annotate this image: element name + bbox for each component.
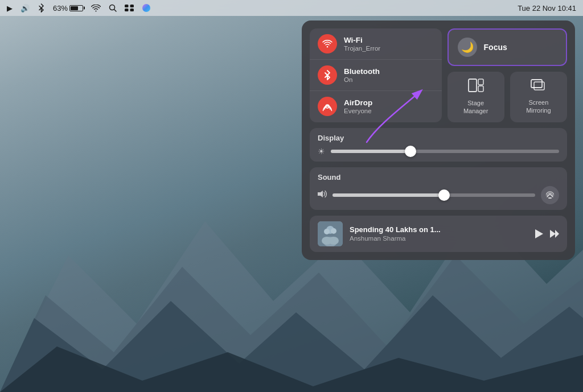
svg-point-24 (331, 228, 336, 234)
airplay-button[interactable] (541, 186, 559, 204)
skip-forward-button[interactable] (550, 230, 559, 238)
now-playing-title: Spending 40 Lakhs on 1... (350, 225, 528, 234)
menubar-left: ▶ 🔊 63% (7, 3, 510, 13)
right-column: 🌙 Focus Stage Manager (447, 28, 567, 122)
play-icon[interactable]: ▶ (7, 4, 13, 13)
menubar-time: Tue 22 Nov 10:41 (518, 4, 576, 13)
bluetooth-subtitle: On (344, 76, 380, 83)
control-center-icon[interactable] (125, 5, 134, 11)
airdrop-item[interactable]: AirDrop Everyone (310, 91, 442, 122)
svg-rect-15 (531, 80, 542, 88)
brightness-thumb[interactable] (405, 146, 416, 157)
focus-moon-icon: 🌙 (458, 38, 477, 57)
display-label: Display (318, 134, 559, 142)
connectivity-block: Wi-Fi Trojan_Error Bluetooth On (310, 28, 442, 122)
album-art (318, 221, 343, 246)
volume-slider[interactable] (332, 193, 535, 197)
stage-manager-label: Stage Manager (463, 99, 488, 115)
focus-button[interactable]: 🌙 Focus (447, 28, 567, 66)
battery-indicator: 63% (53, 4, 83, 13)
svg-marker-17 (318, 191, 323, 197)
volume-thumb[interactable] (438, 189, 450, 201)
now-playing-controls (535, 229, 559, 238)
spotlight-icon[interactable] (109, 4, 117, 12)
svg-rect-7 (130, 5, 134, 7)
svg-rect-6 (125, 5, 129, 7)
brightness-icon: ☀ (318, 147, 325, 156)
now-playing-artist: Anshuman Sharma (350, 235, 528, 242)
svg-point-10 (142, 4, 150, 12)
control-center-panel: Wi-Fi Trojan_Error Bluetooth On (302, 20, 575, 260)
svg-line-5 (114, 10, 117, 12)
volume-icon (318, 190, 327, 200)
bottom-icons-row: Stage Manager Screen Mirroring (447, 72, 567, 122)
stage-manager-button[interactable]: Stage Manager (447, 72, 504, 122)
panel-top-row: Wi-Fi Trojan_Error Bluetooth On (310, 28, 567, 122)
screen-mirroring-label: Screen Mirroring (526, 98, 551, 115)
wifi-icon (318, 34, 337, 53)
svg-rect-14 (478, 86, 483, 92)
brightness-fill (331, 150, 410, 153)
menubar: ▶ 🔊 63% (0, 0, 583, 16)
svg-rect-16 (534, 82, 544, 90)
battery-fill (71, 6, 78, 10)
brightness-slider[interactable] (331, 150, 559, 153)
brightness-slider-row: ☀ (318, 147, 559, 156)
screen-mirroring-icon (531, 79, 547, 95)
battery-percent: 63% (53, 4, 68, 13)
airdrop-title: AirDrop (344, 98, 372, 107)
siri-icon[interactable] (142, 3, 151, 13)
bluetooth-text: Bluetooth On (344, 67, 380, 83)
bluetooth-title: Bluetooth (344, 67, 380, 76)
wifi-subtitle: Trojan_Error (344, 45, 380, 52)
wifi-status-icon[interactable] (91, 5, 101, 12)
bluetooth-toggle-icon (318, 65, 337, 85)
wifi-text: Wi-Fi Trojan_Error (344, 36, 380, 52)
display-section: Display ☀ (310, 128, 567, 162)
bluetooth-item[interactable]: Bluetooth On (310, 60, 442, 91)
airdrop-icon (318, 97, 337, 116)
svg-rect-13 (478, 79, 483, 85)
svg-marker-28 (555, 230, 559, 238)
now-playing-info: Spending 40 Lakhs on 1... Anshuman Sharm… (350, 225, 528, 242)
svg-point-25 (329, 237, 339, 245)
svg-point-22 (324, 229, 330, 234)
svg-marker-27 (550, 230, 556, 238)
svg-rect-12 (469, 79, 477, 92)
now-playing-section: Spending 40 Lakhs on 1... Anshuman Sharm… (310, 216, 567, 252)
stage-manager-icon (468, 79, 484, 96)
volume-icon[interactable]: 🔊 (20, 4, 30, 13)
svg-marker-26 (535, 229, 543, 238)
bluetooth-icon[interactable] (38, 3, 45, 13)
sound-label: Sound (318, 173, 559, 181)
airdrop-text: AirDrop Everyone (344, 98, 372, 114)
battery-bar (69, 5, 83, 11)
svg-rect-18 (548, 197, 552, 199)
volume-fill (332, 193, 444, 197)
screen-mirroring-button[interactable]: Screen Mirroring (510, 72, 567, 122)
svg-rect-9 (130, 9, 134, 11)
airdrop-subtitle: Everyone (344, 108, 372, 114)
sound-section: Sound (310, 167, 567, 210)
volume-row (318, 186, 559, 204)
focus-label: Focus (484, 43, 507, 52)
play-pause-button[interactable] (535, 229, 543, 238)
svg-rect-8 (125, 9, 129, 11)
wifi-title: Wi-Fi (344, 36, 380, 44)
wifi-item[interactable]: Wi-Fi Trojan_Error (310, 28, 442, 60)
